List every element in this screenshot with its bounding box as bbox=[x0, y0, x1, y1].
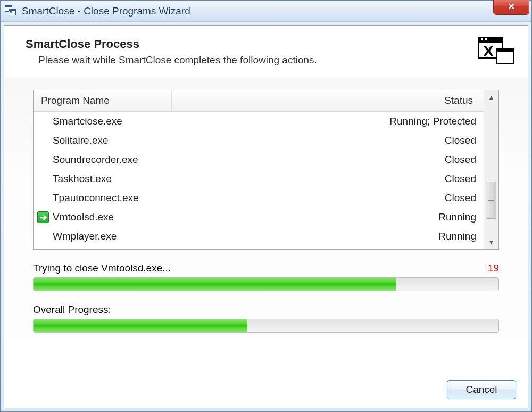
overall-progress-label: Overall Progress: bbox=[33, 304, 111, 316]
overall-progress-section: Overall Progress: bbox=[33, 304, 499, 333]
program-list[interactable]: Program Name Status Smartclose.exeRunnin… bbox=[33, 90, 499, 250]
wizard-header: SmartClose Process Please wait while Sma… bbox=[4, 26, 528, 77]
wizard-body: Program Name Status Smartclose.exeRunnin… bbox=[4, 77, 528, 338]
app-icon: × bbox=[5, 5, 16, 17]
overall-progressbar bbox=[33, 319, 499, 333]
row-status: Running; Protected bbox=[265, 116, 484, 127]
task-progressbar bbox=[33, 277, 499, 291]
row-status: Closed bbox=[265, 154, 484, 166]
cancel-button[interactable]: Cancel bbox=[447, 380, 516, 399]
task-progress-section: Trying to close Vmtoolsd.exe... 19 bbox=[33, 262, 499, 291]
list-header[interactable]: Program Name Status bbox=[34, 90, 484, 112]
column-status[interactable]: Status bbox=[172, 90, 484, 111]
page-title: SmartClose Process bbox=[26, 37, 317, 51]
scroll-down-button[interactable]: ▼ bbox=[485, 235, 498, 249]
content-frame: SmartClose Process Please wait while Sma… bbox=[4, 25, 528, 408]
table-row[interactable]: Taskhost.exeClosed bbox=[34, 169, 484, 188]
row-status: Closed bbox=[265, 173, 484, 185]
table-row[interactable]: Smartclose.exeRunning; Protected bbox=[34, 112, 484, 131]
cancel-button-label: Cancel bbox=[466, 384, 497, 395]
scroll-up-button[interactable]: ▲ bbox=[485, 90, 498, 104]
scrollbar[interactable]: ▲ ▼ bbox=[484, 90, 498, 249]
row-status: Closed bbox=[265, 192, 484, 204]
row-status: Running bbox=[265, 211, 484, 223]
row-status: Closed bbox=[265, 135, 484, 146]
close-icon: ✕ bbox=[508, 1, 515, 12]
table-row[interactable]: Tpautoconnect.exeClosed bbox=[34, 188, 484, 208]
row-program-name: Taskhost.exe bbox=[53, 173, 265, 185]
window-title: SmartClose - Close Programs Wizard bbox=[22, 5, 190, 17]
scroll-track[interactable] bbox=[484, 104, 498, 235]
row-program-name: Tpautoconnect.exe bbox=[53, 192, 265, 204]
table-row[interactable]: Solitaire.exeClosed bbox=[34, 131, 484, 150]
table-row[interactable]: Soundrecorder.exeClosed bbox=[34, 150, 484, 169]
titlebar[interactable]: × SmartClose - Close Programs Wizard ✕ bbox=[1, 1, 531, 22]
page-subtitle: Please wait while SmartClose completes t… bbox=[26, 54, 317, 66]
wizard-window: × SmartClose - Close Programs Wizard ✕ S… bbox=[0, 0, 532, 412]
row-program-name: Soundrecorder.exe bbox=[53, 154, 265, 166]
close-windows-icon: X bbox=[478, 37, 513, 67]
row-program-name: Vmtoolsd.exe bbox=[53, 211, 265, 223]
row-status: Running bbox=[265, 230, 484, 242]
current-arrow-icon: ➔ bbox=[37, 211, 49, 223]
table-row[interactable]: Wmplayer.exeRunning bbox=[34, 227, 484, 246]
table-row[interactable]: ➔Vmtoolsd.exeRunning bbox=[34, 208, 484, 227]
task-progress-label: Trying to close Vmtoolsd.exe... bbox=[33, 262, 171, 274]
window-close-button[interactable]: ✕ bbox=[493, 0, 529, 15]
row-icon-cell: ➔ bbox=[34, 211, 53, 223]
row-program-name: Smartclose.exe bbox=[53, 116, 265, 127]
wizard-footer: Cancel bbox=[447, 380, 516, 399]
task-progress-count: 19 bbox=[488, 262, 499, 274]
scroll-thumb[interactable] bbox=[486, 182, 496, 219]
row-program-name: Solitaire.exe bbox=[53, 135, 265, 146]
column-program-name[interactable]: Program Name bbox=[34, 90, 172, 111]
row-program-name: Wmplayer.exe bbox=[53, 230, 265, 242]
